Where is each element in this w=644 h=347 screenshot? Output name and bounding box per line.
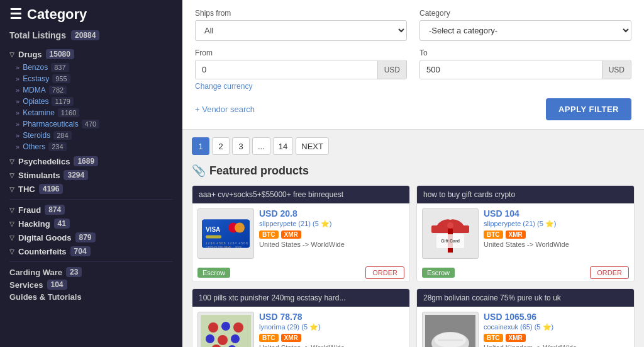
subitem-ecstasy[interactable]: » Ecstasy 955	[16, 73, 173, 84]
triangle-icon-8: ▽	[9, 248, 14, 255]
product-card-2: how to buy gift cards crypto	[416, 185, 635, 282]
page-btn-14[interactable]: 14	[273, 137, 293, 155]
svg-point-23	[231, 334, 240, 343]
section-digital-goods[interactable]: ▽ Digital Goods 879	[9, 232, 173, 242]
section-counterfeits[interactable]: ▽ Counterfeits 704	[9, 246, 173, 256]
section-carding-ware[interactable]: Carding Ware 23	[9, 267, 173, 277]
page-btn-dots: ...	[252, 137, 270, 155]
to-input-group: USD	[419, 60, 631, 79]
total-listings-badge: 20884	[71, 30, 99, 40]
product-header-4: 28gm bolivian cocaine 75% pure uk to uk	[417, 289, 634, 307]
subitem-steroids[interactable]: » Steroids 284	[16, 130, 173, 141]
section-drugs[interactable]: ▽ Drugs 15080	[9, 49, 173, 59]
product-payment-1: BTC XMR	[259, 230, 404, 239]
filter-row-1: Ships from All Category -Select a catego…	[195, 9, 631, 41]
product-seller-2: slipperypete (21) (5 ⭐)	[484, 220, 629, 228]
page-btn-next[interactable]: NEXT	[296, 137, 329, 155]
from-input-group: USD	[195, 60, 407, 79]
section-services[interactable]: Services 104	[9, 280, 173, 290]
product-shipping-2: United States -> WorldWide	[484, 241, 629, 248]
product-shipping-3: United States -> WorldWide	[259, 344, 404, 347]
products-grid: aaa+ cvv+socks5+$55000+ free binrequest	[192, 185, 635, 347]
xmr-badge-3: XMR	[281, 334, 301, 342]
total-listings: Total Listings 20884	[9, 30, 173, 40]
list-icon: ☰	[9, 6, 22, 23]
svg-point-18	[208, 322, 218, 333]
btc-badge-3: BTC	[259, 334, 279, 342]
to-currency: USD	[602, 61, 631, 79]
order-button-2[interactable]: ORDER	[590, 266, 629, 279]
subitem-opiates[interactable]: » Opiates 1179	[16, 96, 173, 107]
change-currency-link[interactable]: Change currency	[195, 82, 252, 91]
triangle-icon-2: ▽	[9, 158, 14, 165]
triangle-icon: ▽	[9, 51, 14, 58]
page-btn-3[interactable]: 3	[232, 137, 250, 155]
category-select[interactable]: -Select a category-	[419, 20, 631, 41]
product-body-4: USD 1065.96 cocainexuk (65) (5 ⭐) BTC XM…	[417, 307, 634, 347]
vendor-search-link[interactable]: + Vendor search	[195, 105, 255, 114]
section-thc[interactable]: ▽ THC 4196	[9, 184, 173, 194]
triangle-icon-5: ▽	[9, 207, 14, 213]
ships-from-select[interactable]: All	[195, 20, 407, 41]
section-guides[interactable]: Guides & Tutorials	[9, 292, 173, 302]
from-group: From USD Change currency	[195, 48, 407, 91]
product-footer-2: Escrow ORDER	[417, 264, 634, 282]
subitem-others[interactable]: » Others 234	[16, 141, 173, 152]
product-header-2: how to buy gift cards crypto	[417, 186, 634, 203]
product-shipping-1: United States -> WorldWide	[259, 241, 404, 248]
subitem-ketamine[interactable]: » Ketamine 1160	[16, 107, 173, 118]
drugs-subitems: » Benzos 837 » Ecstasy 955 » MDMA 782 » …	[16, 62, 173, 152]
section-psychedelics[interactable]: ▽ Psychedelics 1689	[9, 156, 173, 166]
svg-rect-5	[206, 236, 221, 239]
from-input[interactable]	[196, 60, 377, 79]
to-label: To	[419, 48, 631, 57]
subitem-mdma[interactable]: » MDMA 782	[16, 84, 173, 96]
pagination: 1 2 3 ... 14 NEXT	[192, 137, 635, 155]
product-image-3	[197, 312, 254, 347]
product-card-4: 28gm bolivian cocaine 75% pure uk to uk …	[416, 288, 635, 347]
product-payment-4: BTC XMR	[484, 334, 629, 342]
subitem-benzos[interactable]: » Benzos 837	[16, 62, 173, 73]
product-image-1: VISA 1234 4568 1234 4568 CARDHOLDER NAME…	[197, 208, 254, 259]
xmr-badge-2: XMR	[506, 230, 526, 239]
triangle-icon-6: ▽	[9, 220, 14, 227]
product-header-3: 100 pills xtc punisher 240mg ecstasy har…	[192, 289, 409, 307]
subitem-pharmaceuticals[interactable]: » Pharmaceuticals 470	[16, 118, 173, 130]
xmr-badge-4: XMR	[506, 334, 526, 342]
product-seller-3: lynorima (29) (5 ⭐)	[259, 323, 404, 331]
page-btn-1[interactable]: 1	[192, 137, 209, 155]
to-input[interactable]	[420, 60, 602, 79]
product-image-2: Gift Card	[422, 208, 479, 259]
products-area: 1 2 3 ... 14 NEXT 📎 Featured products aa…	[182, 130, 644, 347]
product-card-1: aaa+ cvv+socks5+$55000+ free binrequest	[192, 185, 410, 282]
btc-badge-2: BTC	[484, 230, 503, 239]
section-hacking[interactable]: ▽ Hacking 41	[9, 219, 173, 229]
product-body-3: USD 78.78 lynorima (29) (5 ⭐) BTC XMR Un…	[192, 307, 409, 347]
apply-filter-button[interactable]: APPLY FILTER	[546, 98, 631, 120]
section-stimulants[interactable]: ▽ Stimulants 3294	[9, 170, 173, 180]
product-seller-1: slipperypete (21) (5 ⭐)	[259, 220, 404, 228]
page-btn-2[interactable]: 2	[212, 137, 230, 155]
category-title: ☰ Category	[9, 6, 173, 23]
filter-panel: Ships from All Category -Select a catego…	[182, 0, 644, 130]
filter-row-2: From USD Change currency To USD	[195, 48, 631, 91]
product-info-2: USD 104 slipperypete (21) (5 ⭐) BTC XMR …	[484, 208, 629, 259]
escrow-badge-2: Escrow	[422, 268, 455, 278]
svg-point-4	[235, 223, 245, 233]
section-fraud[interactable]: ▽ Fraud 874	[9, 205, 173, 215]
product-price-1: USD 20.8	[259, 208, 404, 219]
svg-text:CARDHOLDER NAME: CARDHOLDER NAME	[206, 246, 231, 249]
product-seller-4: cocainexuk (65) (5 ⭐)	[484, 323, 629, 331]
product-card-3: 100 pills xtc punisher 240mg ecstasy har…	[192, 288, 410, 347]
ships-from-label: Ships from	[195, 9, 407, 18]
product-price-2: USD 104	[484, 208, 629, 219]
category-label: Category	[419, 9, 631, 18]
svg-point-21	[206, 334, 214, 343]
svg-point-19	[221, 322, 230, 331]
featured-title: 📎 Featured products	[192, 164, 635, 178]
pin-icon: 📎	[192, 164, 206, 178]
product-info-1: USD 20.8 slipperypete (21) (5 ⭐) BTC XMR…	[259, 208, 404, 259]
order-button-1[interactable]: ORDER	[365, 266, 404, 279]
sidebar: ☰ Category Total Listings 20884 ▽ Drugs …	[0, 0, 182, 347]
product-shipping-4: United Kingdom -> WorldWide	[484, 344, 629, 347]
